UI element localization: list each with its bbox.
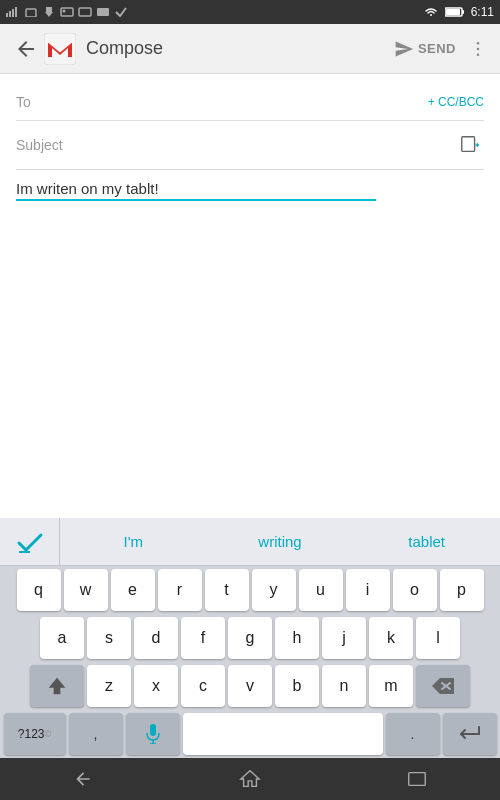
period-key[interactable]: . [386, 713, 440, 755]
music-icon [78, 7, 92, 17]
key-t[interactable]: t [205, 569, 249, 611]
battery-icon [445, 7, 465, 17]
key-z[interactable]: z [87, 665, 131, 707]
mic-button[interactable] [126, 713, 180, 755]
wifi-icon [423, 7, 439, 17]
cc-bcc-button[interactable]: + CC/BCC [428, 95, 484, 109]
shift-button[interactable] [30, 665, 84, 707]
photo-icon [60, 7, 74, 17]
key-row-4: ?123 © , . [0, 710, 500, 758]
key-q[interactable]: q [17, 569, 61, 611]
svg-rect-13 [446, 9, 460, 15]
key-n[interactable]: n [322, 665, 366, 707]
svg-rect-0 [6, 13, 8, 17]
space-key[interactable] [183, 713, 383, 755]
key-row-3: z x c v b n m [0, 662, 500, 710]
key-x[interactable]: x [134, 665, 178, 707]
numbers-label: ?123 [18, 727, 45, 741]
status-right: 6:11 [423, 5, 494, 19]
key-b[interactable]: b [275, 665, 319, 707]
key-r[interactable]: r [158, 569, 202, 611]
checkmark-button[interactable] [0, 518, 60, 566]
more-vertical-icon [468, 39, 488, 59]
send-button[interactable]: SEND [386, 35, 464, 63]
key-p[interactable]: p [440, 569, 484, 611]
key-w[interactable]: w [64, 569, 108, 611]
key-rows: q w e r t y u i o p a s d f g h j k l [0, 566, 500, 758]
attach-icon [459, 134, 481, 156]
numbers-button[interactable]: ?123 © [4, 713, 66, 755]
home-nav-button[interactable] [228, 763, 272, 795]
time-display: 6:11 [471, 5, 494, 19]
svg-rect-10 [97, 8, 109, 16]
recent-nav-icon [406, 768, 428, 790]
key-i[interactable]: i [346, 569, 390, 611]
key-e[interactable]: e [111, 569, 155, 611]
status-icons-left [6, 7, 128, 17]
key-m[interactable]: m [369, 665, 413, 707]
checkmark-icon [16, 530, 44, 554]
suggestion-writing[interactable]: writing [207, 529, 354, 554]
key-y[interactable]: y [252, 569, 296, 611]
svg-point-8 [63, 10, 66, 13]
comma-key[interactable]: , [69, 713, 123, 755]
svg-rect-27 [408, 773, 425, 786]
cursor-line [16, 199, 376, 201]
back-nav-button[interactable] [61, 763, 105, 795]
back-button[interactable] [8, 31, 44, 67]
signal-icon [6, 7, 20, 17]
attach-button[interactable] [456, 131, 484, 159]
recent-nav-button[interactable] [395, 763, 439, 795]
body-text[interactable]: Im writen on my tablt! [16, 180, 484, 197]
key-g[interactable]: g [228, 617, 272, 659]
svg-point-16 [477, 47, 480, 50]
svg-rect-18 [462, 137, 475, 152]
key-o[interactable]: o [393, 569, 437, 611]
suggestions-list: I'm writing tablet [60, 529, 500, 554]
svg-point-15 [477, 41, 480, 44]
keyboard: I'm writing tablet q w e r t y u i o p a… [0, 518, 500, 758]
svg-rect-3 [15, 7, 17, 17]
backspace-button[interactable] [416, 665, 470, 707]
back-nav-icon [73, 769, 93, 789]
to-label: To [16, 94, 76, 110]
subject-label: Subject [16, 137, 76, 153]
key-l[interactable]: l [416, 617, 460, 659]
svg-rect-4 [26, 9, 36, 17]
to-input[interactable] [76, 94, 428, 110]
gmail-logo [44, 33, 76, 65]
notification-icon [24, 7, 38, 17]
svg-marker-6 [45, 12, 53, 17]
app-icon [96, 7, 110, 17]
svg-rect-12 [462, 10, 464, 14]
check-icon [114, 7, 128, 17]
suggestion-tablet[interactable]: tablet [353, 529, 500, 554]
key-k[interactable]: k [369, 617, 413, 659]
key-row-1: q w e r t y u i o p [0, 566, 500, 614]
backspace-icon [432, 678, 454, 694]
compose-area: To + CC/BCC Subject Im writen on my tabl… [0, 74, 500, 518]
key-a[interactable]: a [40, 617, 84, 659]
download-icon [42, 7, 56, 17]
key-h[interactable]: h [275, 617, 319, 659]
send-label: SEND [418, 41, 456, 56]
svg-rect-9 [79, 8, 91, 16]
key-v[interactable]: v [228, 665, 272, 707]
subject-field-row: Subject [16, 121, 484, 170]
body-area[interactable]: Im writen on my tablt! [16, 170, 484, 508]
suggestions-bar: I'm writing tablet [0, 518, 500, 566]
key-d[interactable]: d [134, 617, 178, 659]
bottom-nav [0, 758, 500, 800]
enter-button[interactable] [443, 713, 497, 755]
key-row-2: a s d f g h j k l [0, 614, 500, 662]
key-j[interactable]: j [322, 617, 366, 659]
more-button[interactable] [464, 35, 492, 63]
svg-point-17 [477, 53, 480, 56]
suggestion-im[interactable]: I'm [60, 529, 207, 554]
key-f[interactable]: f [181, 617, 225, 659]
key-c[interactable]: c [181, 665, 225, 707]
status-bar: 6:11 [0, 0, 500, 24]
subject-input[interactable] [76, 137, 456, 153]
key-u[interactable]: u [299, 569, 343, 611]
key-s[interactable]: s [87, 617, 131, 659]
